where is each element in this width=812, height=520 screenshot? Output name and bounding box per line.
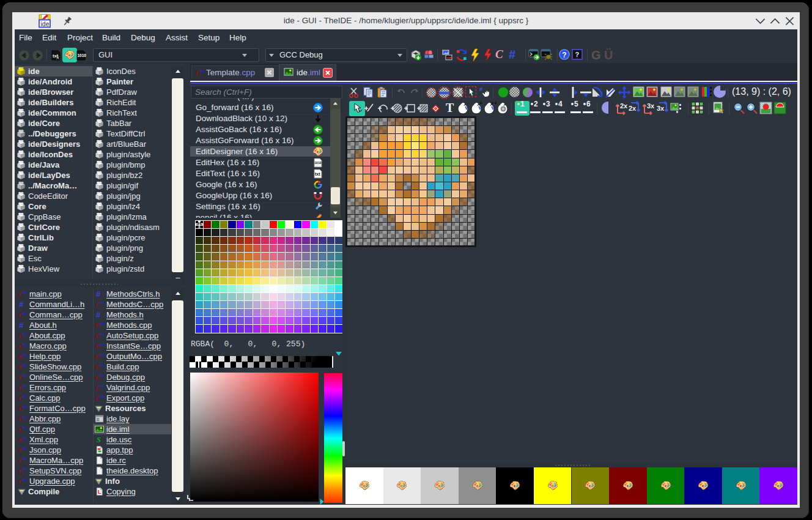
svg-text:++: ++ xyxy=(491,102,496,106)
svg-text:+: + xyxy=(479,102,482,106)
svg-text:?: ? xyxy=(562,51,566,59)
svg-text:S: S xyxy=(97,435,101,444)
svg-text:3x: 3x xyxy=(657,105,665,112)
svg-text:L: L xyxy=(98,489,102,495)
svg-text:ide: ide xyxy=(41,20,50,28)
svg-text:txt: txt xyxy=(315,172,320,176)
svg-text:?: ? xyxy=(575,51,580,58)
svg-text:2x: 2x xyxy=(620,102,628,110)
svg-text:1010: 1010 xyxy=(78,53,87,58)
svg-text:3x: 3x xyxy=(647,102,655,110)
svg-text:1010: 1010 xyxy=(314,161,322,165)
svg-text:2x: 2x xyxy=(629,105,637,112)
svg-text:#: # xyxy=(479,86,483,92)
